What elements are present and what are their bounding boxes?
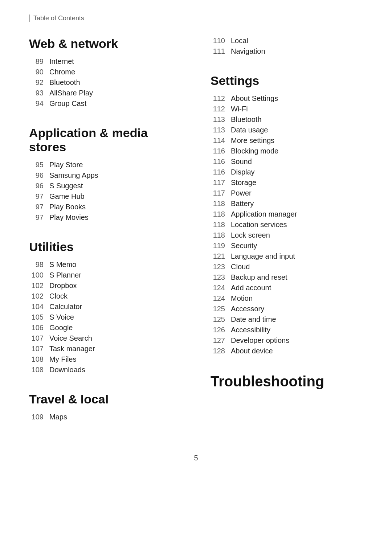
toc-text: Play Books <box>49 203 86 211</box>
toc-item: 104Calculator <box>29 303 181 311</box>
toc-item: 118Location services <box>211 221 363 229</box>
toc-item: 123Backup and reset <box>211 273 363 282</box>
toc-item: 118Application manager <box>211 210 363 218</box>
table-of-contents-label: Table of Contents <box>29 15 363 22</box>
toc-num: 98 <box>29 260 49 269</box>
toc-text: Application manager <box>231 210 297 218</box>
toc-num: 108 <box>29 355 49 364</box>
toc-num: 97 <box>29 203 49 211</box>
toc-item: 100S Planner <box>29 271 181 279</box>
toc-item: 124Add account <box>211 284 363 292</box>
toc-num: 96 <box>29 182 49 190</box>
toc-text: Chrome <box>49 68 75 76</box>
toc-text: Dropbox <box>49 282 77 290</box>
toc-text: Location services <box>231 221 287 229</box>
section-title-app-media: Application & media stores <box>29 126 181 154</box>
toc-num: 110 <box>211 37 231 45</box>
toc-item: 119Security <box>211 242 363 250</box>
toc-item: 116Blocking mode <box>211 147 363 155</box>
toc-text: Developer options <box>231 336 289 345</box>
toc-item: 118Lock screen <box>211 231 363 239</box>
section-settings: Settings112About Settings112Wi-Fi113Blue… <box>211 74 363 355</box>
section-travel-local: Travel & local109Maps <box>29 392 181 421</box>
toc-num: 117 <box>211 178 231 187</box>
toc-text: Downloads <box>49 366 85 374</box>
toc-num: 104 <box>29 303 49 311</box>
toc-text: Play Store <box>49 161 83 169</box>
toc-item: 97Game Hub <box>29 192 181 201</box>
toc-item: 89Internet <box>29 57 181 66</box>
toc-text: Wi-Fi <box>231 105 248 113</box>
toc-num: 125 <box>211 315 231 324</box>
toc-num: 119 <box>211 242 231 250</box>
section-title-settings: Settings <box>211 74 363 88</box>
toc-num: 107 <box>29 334 49 342</box>
toc-text: Power <box>231 189 252 197</box>
toc-item: 117Power <box>211 189 363 197</box>
toc-item: 128About device <box>211 347 363 355</box>
toc-num: 114 <box>211 136 231 145</box>
toc-num: 97 <box>29 192 49 201</box>
toc-num: 92 <box>29 78 49 87</box>
toc-text: Backup and reset <box>231 273 287 282</box>
toc-item: 109Maps <box>29 413 181 421</box>
toc-item: 94Group Cast <box>29 99 181 108</box>
toc-item: 116Display <box>211 168 363 176</box>
toc-text: Battery <box>231 200 254 208</box>
toc-text: Voice Search <box>49 334 92 342</box>
toc-item: 105S Voice <box>29 313 181 321</box>
toc-text: Security <box>231 242 257 250</box>
toc-text: Play Movies <box>49 213 89 222</box>
toc-num: 102 <box>29 292 49 300</box>
toc-item: 114More settings <box>211 136 363 145</box>
toc-item: 107Task manager <box>29 345 181 353</box>
toc-item: 113Data usage <box>211 126 363 134</box>
toc-num: 124 <box>211 294 231 303</box>
toc-item: 107Voice Search <box>29 334 181 342</box>
toc-item: 93AllShare Play <box>29 89 181 97</box>
section-utilities: Utilities98S Memo100S Planner102Dropbox1… <box>29 240 181 374</box>
toc-text: More settings <box>231 136 274 145</box>
troubleshooting-title: Troubleshooting <box>211 373 363 390</box>
toc-num: 97 <box>29 213 49 222</box>
toc-item: 117Storage <box>211 178 363 187</box>
toc-text: S Suggest <box>49 182 83 190</box>
toc-text: Bluetooth <box>49 78 80 87</box>
toc-num: 106 <box>29 324 49 332</box>
toc-num: 108 <box>29 366 49 374</box>
toc-num: 113 <box>211 115 231 124</box>
toc-num: 112 <box>211 94 231 103</box>
toc-item: 123Cloud <box>211 263 363 271</box>
toc-num: 117 <box>211 189 231 197</box>
toc-num: 95 <box>29 161 49 169</box>
toc-text: Motion <box>231 294 253 303</box>
toc-num: 116 <box>211 147 231 155</box>
toc-item: 98S Memo <box>29 260 181 269</box>
toc-text: Internet <box>49 57 74 66</box>
toc-num: 89 <box>29 57 49 66</box>
toc-list-utilities: 98S Memo100S Planner102Dropbox102Clock10… <box>29 260 181 374</box>
toc-text: S Planner <box>49 271 81 279</box>
toc-item: 124Motion <box>211 294 363 303</box>
left-column: Web & network89Internet90Chrome92Bluetoo… <box>29 37 196 439</box>
toc-num: 94 <box>29 99 49 108</box>
toc-num: 116 <box>211 168 231 176</box>
toc-num: 111 <box>211 47 231 56</box>
toc-num: 96 <box>29 171 49 180</box>
pre-section-items: 110Local111Navigation <box>211 37 363 56</box>
toc-text: Display <box>231 168 255 176</box>
toc-text: Cloud <box>231 263 250 271</box>
toc-text: My Files <box>49 355 76 364</box>
toc-text: Local <box>231 37 248 45</box>
toc-num: 125 <box>211 305 231 313</box>
page-container: Table of Contents Web & network89Interne… <box>0 0 392 484</box>
toc-num: 109 <box>29 413 49 421</box>
toc-item: 112About Settings <box>211 94 363 103</box>
section-app-media: Application & media stores95Play Store96… <box>29 126 181 222</box>
toc-item: 125Accessory <box>211 305 363 313</box>
toc-text: Language and input <box>231 252 295 260</box>
toc-text: AllShare Play <box>49 89 93 97</box>
section-title-web-network: Web & network <box>29 37 181 51</box>
toc-item: 121Language and input <box>211 252 363 260</box>
toc-item: 127Developer options <box>211 336 363 345</box>
